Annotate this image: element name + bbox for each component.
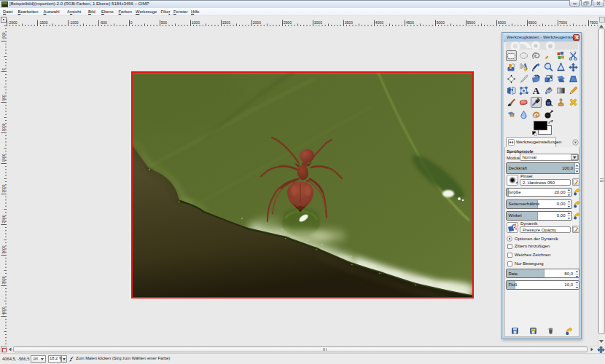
svg-text:6500: 6500 (528, 20, 536, 25)
svg-text:4000: 4000 (1, 306, 6, 314)
svg-text:5000: 5000 (437, 20, 445, 25)
svg-text:7500: 7500 (590, 20, 598, 25)
svg-text:500: 500 (161, 20, 168, 25)
svg-text:2000: 2000 (1, 184, 6, 192)
svg-text:A: A (533, 86, 540, 95)
svg-text:3500: 3500 (1, 276, 6, 284)
svg-text:2500: 2500 (284, 20, 292, 25)
svg-text:-1500: -1500 (39, 20, 48, 25)
svg-text:7000: 7000 (559, 20, 567, 25)
svg-text:2000: 2000 (253, 20, 261, 25)
svg-text:5500: 5500 (467, 20, 475, 25)
svg-text:0: 0 (1, 68, 6, 71)
svg-text:2500: 2500 (1, 215, 6, 223)
svg-text:1500: 1500 (1, 154, 6, 162)
svg-text:3000: 3000 (1, 245, 6, 253)
svg-text:1000: 1000 (192, 20, 200, 25)
svg-text:4000: 4000 (375, 20, 383, 25)
svg-text:500: 500 (1, 95, 6, 101)
svg-text:6000: 6000 (498, 20, 506, 25)
svg-text:0: 0 (130, 20, 133, 25)
svg-text:4500: 4500 (406, 20, 414, 25)
svg-text:-2000: -2000 (8, 20, 17, 25)
svg-text:3000: 3000 (314, 20, 322, 25)
svg-text:-1000: -1000 (69, 20, 79, 25)
svg-text:-500: -500 (100, 20, 107, 25)
svg-text:-500: -500 (1, 32, 6, 39)
svg-text:1500: 1500 (222, 20, 230, 25)
svg-text:3500: 3500 (345, 20, 353, 25)
svg-text:1000: 1000 (1, 123, 6, 131)
